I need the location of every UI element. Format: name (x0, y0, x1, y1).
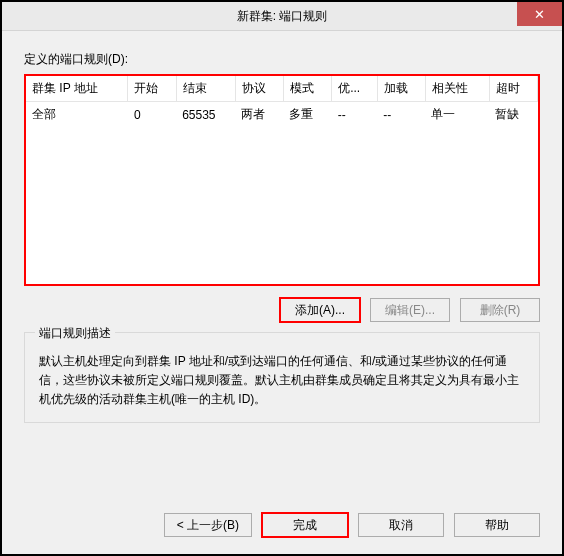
col-start[interactable]: 开始 (128, 76, 176, 102)
cell-end: 65535 (176, 102, 235, 128)
rules-table: 群集 IP 地址 开始 结束 协议 模式 优... 加载 相关性 超时 全部 0 (26, 76, 538, 127)
rule-buttons-row: 添加(A)... 编辑(E)... 删除(R) (24, 298, 540, 322)
close-button[interactable]: ✕ (517, 2, 562, 26)
cell-timeout: 暂缺 (489, 102, 537, 128)
col-mode[interactable]: 模式 (283, 76, 331, 102)
table-row[interactable]: 全部 0 65535 两者 多重 -- -- 单一 暂缺 (26, 102, 538, 128)
back-button[interactable]: < 上一步(B) (164, 513, 252, 537)
add-button[interactable]: 添加(A)... (280, 298, 360, 322)
footer-buttons: < 上一步(B) 完成 取消 帮助 (24, 513, 540, 555)
cell-cluster-ip: 全部 (26, 102, 128, 128)
cell-affinity: 单一 (425, 102, 489, 128)
dialog-window: 新群集: 端口规则 ✕ 定义的端口规则(D): 群集 IP 地址 开始 结束 协… (0, 0, 564, 556)
cell-mode: 多重 (283, 102, 331, 128)
close-icon: ✕ (534, 7, 545, 22)
col-affinity[interactable]: 相关性 (425, 76, 489, 102)
cancel-button[interactable]: 取消 (358, 513, 444, 537)
rules-label: 定义的端口规则(D): (24, 51, 540, 68)
cell-start: 0 (128, 102, 176, 128)
col-priority[interactable]: 优... (332, 76, 378, 102)
finish-button[interactable]: 完成 (262, 513, 348, 537)
col-load[interactable]: 加载 (377, 76, 425, 102)
rules-table-container: 群集 IP 地址 开始 结束 协议 模式 优... 加载 相关性 超时 全部 0 (24, 74, 540, 286)
rules-table-scroll[interactable]: 群集 IP 地址 开始 结束 协议 模式 优... 加载 相关性 超时 全部 0 (26, 76, 538, 284)
window-title: 新群集: 端口规则 (237, 8, 328, 25)
col-timeout[interactable]: 超时 (489, 76, 537, 102)
description-text: 默认主机处理定向到群集 IP 地址和/或到达端口的任何通信、和/或通过某些协议的… (39, 352, 525, 410)
titlebar: 新群集: 端口规则 ✕ (2, 2, 562, 31)
cell-load: -- (377, 102, 425, 128)
col-cluster-ip[interactable]: 群集 IP 地址 (26, 76, 128, 102)
dialog-body: 定义的端口规则(D): 群集 IP 地址 开始 结束 协议 模式 优... 加载… (2, 31, 562, 555)
description-group-title: 端口规则描述 (35, 325, 115, 342)
table-header-row: 群集 IP 地址 开始 结束 协议 模式 优... 加载 相关性 超时 (26, 76, 538, 102)
col-protocol[interactable]: 协议 (235, 76, 283, 102)
delete-button[interactable]: 删除(R) (460, 298, 540, 322)
help-button[interactable]: 帮助 (454, 513, 540, 537)
spacer (24, 431, 540, 513)
col-end[interactable]: 结束 (176, 76, 235, 102)
cell-priority: -- (332, 102, 378, 128)
cell-protocol: 两者 (235, 102, 283, 128)
edit-button[interactable]: 编辑(E)... (370, 298, 450, 322)
description-group: 端口规则描述 默认主机处理定向到群集 IP 地址和/或到达端口的任何通信、和/或… (24, 332, 540, 423)
